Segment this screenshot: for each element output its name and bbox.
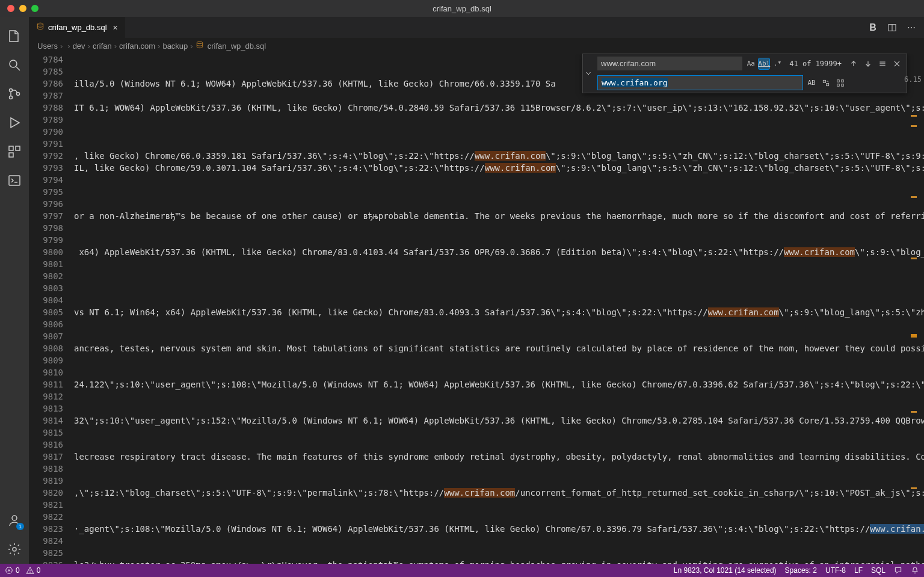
tab-file[interactable]: crifan_wp_db.sql × [29,17,125,38]
editor[interactable]: 9784978597869787978897899790979197929793… [29,54,924,564]
match-word-toggle[interactable]: Abl [758,58,770,70]
find-previous-button[interactable] [848,58,860,70]
notifications-button[interactable] [911,566,919,575]
chevron-right-icon: › [114,42,117,51]
breadcrumbs[interactable]: Users › › dev › crifan › crifan.com › ba… [29,38,924,54]
chevron-right-icon: › [60,42,63,51]
chevron-right-icon: › [190,42,192,51]
close-tab-button[interactable]: × [113,23,118,32]
cursor-position[interactable]: Ln 9823, Col 1021 (14 selected) [674,566,777,575]
svg-point-33 [29,572,30,573]
maximize-window-button[interactable] [31,5,38,12]
find-replace-widget: Aa Abl .* 41 of 19999+ [582,54,907,93]
find-result-count: 41 of 19999+ [789,60,842,68]
line-number-gutter: 9784978597869787978897899790979197929793… [29,54,74,564]
breadcrumb-item[interactable]: Users [37,42,58,51]
window-title: crifan_wp_db.sql [433,4,491,13]
editor-actions: B [867,17,924,38]
toggle-replace-button[interactable] [583,54,594,93]
source-control-button[interactable] [0,79,29,108]
database-icon [196,41,204,51]
feedback-button[interactable] [894,566,902,575]
regex-toggle[interactable]: .* [771,58,783,70]
titlebar: crifan_wp_db.sql [0,0,924,17]
database-icon [36,22,45,32]
breadcrumb-item[interactable]: crifan.com [119,42,155,51]
find-in-selection-button[interactable] [876,58,889,70]
svg-point-0 [10,60,17,67]
bold-button[interactable]: B [867,22,878,33]
svg-point-4 [17,93,20,96]
svg-point-17 [197,42,202,44]
tab-label: crifan_wp_db.sql [48,23,107,32]
svg-point-3 [10,96,13,99]
svg-point-10 [13,548,16,551]
chevron-right-icon: › [67,42,70,51]
editor-region: crifan_wp_db.sql × B Users › › dev › cri… [29,17,924,564]
svg-rect-23 [823,80,825,82]
window-controls [0,5,38,12]
svg-line-1 [16,67,20,70]
extensions-button[interactable] [0,137,29,166]
svg-rect-7 [9,153,13,157]
svg-point-14 [908,27,909,28]
svg-rect-25 [837,79,840,82]
errors-button[interactable]: 0 [5,566,20,575]
svg-point-2 [10,89,13,92]
svg-rect-28 [842,84,844,86]
breadcrumb-item[interactable]: dev [73,42,85,51]
eol-button[interactable]: LF [854,566,863,575]
find-input[interactable] [597,57,742,70]
terminal-button[interactable] [0,166,29,195]
svg-rect-26 [837,84,840,86]
chevron-right-icon: › [158,42,160,51]
svg-rect-27 [842,79,844,82]
svg-rect-6 [16,146,20,150]
search-button[interactable] [0,51,29,79]
svg-rect-5 [9,146,13,150]
svg-point-9 [12,516,17,520]
indentation-button[interactable]: Spaces: 2 [785,566,817,575]
breadcrumb-item[interactable]: crifan [93,42,112,51]
overview-ruler[interactable] [908,54,917,564]
accounts-button[interactable]: 1 [0,506,29,535]
chevron-right-icon: › [88,42,90,51]
breadcrumb-item[interactable]: crifan_wp_db.sql [196,41,266,51]
svg-point-16 [914,27,915,28]
tab-bar: crifan_wp_db.sql × B [29,17,924,38]
run-debug-button[interactable] [0,108,29,137]
breadcrumb-item[interactable]: backup [162,42,188,51]
close-window-button[interactable] [7,5,14,12]
split-editor-button[interactable] [887,22,898,33]
more-actions-button[interactable] [906,22,917,33]
explorer-button[interactable] [0,22,29,51]
minimize-window-button[interactable] [19,5,26,12]
settings-button[interactable] [0,535,29,564]
svg-rect-8 [9,176,20,185]
svg-point-11 [37,23,43,25]
close-find-button[interactable] [891,58,903,70]
replace-one-button[interactable] [820,77,832,89]
accounts-badge: 1 [16,523,24,530]
language-mode-button[interactable]: SQL [871,566,886,575]
activity-bar: 1 [0,17,29,564]
find-next-button[interactable] [862,58,874,70]
svg-rect-24 [827,83,829,85]
svg-point-15 [911,27,912,28]
replace-all-button[interactable] [834,77,846,89]
encoding-button[interactable]: UTF-8 [825,566,846,575]
replace-input[interactable]: www.crifan.org [597,75,803,90]
preserve-case-toggle[interactable]: AB [805,77,818,89]
code-content[interactable]: illa/5.0 (Windows NT 6.1; WOW64) AppleWe… [74,54,924,564]
status-bar: 0 0 Ln 9823, Col 1021 (14 selected) Spac… [0,564,924,577]
match-case-toggle[interactable]: Aa [745,58,757,70]
warnings-button[interactable]: 0 [26,566,41,575]
